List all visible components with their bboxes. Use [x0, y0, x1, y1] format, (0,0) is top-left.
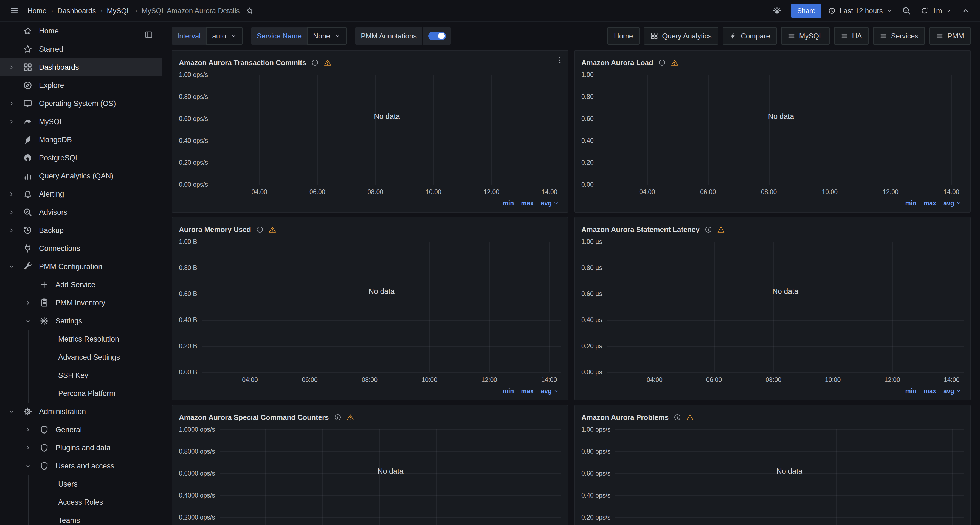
service-name-select[interactable]: None [307, 27, 347, 45]
sidebar-item-mongodb[interactable]: MongoDB [0, 131, 162, 149]
panel-title[interactable]: Amazon Aurora Special Command Counters [179, 413, 329, 422]
legend-avg[interactable]: avg [943, 388, 961, 395]
warning-icon[interactable] [686, 413, 694, 421]
legend-max[interactable]: max [521, 388, 534, 395]
chevron-right-icon[interactable] [22, 427, 34, 433]
chevron-right-icon[interactable] [5, 64, 18, 70]
plot-area[interactable]: No data [220, 429, 561, 525]
link-services[interactable]: Services [873, 27, 925, 45]
sidebar-item-mysql[interactable]: MySQL [0, 113, 162, 131]
refresh-picker[interactable]: 1m [921, 6, 951, 15]
plot-area[interactable]: No data [607, 242, 964, 372]
info-icon[interactable] [673, 413, 681, 421]
warning-icon[interactable] [717, 226, 725, 233]
sidebar-item-connections[interactable]: Connections [0, 239, 162, 258]
legend-avg[interactable]: avg [541, 388, 559, 395]
sidebar-item-teams[interactable]: Teams [0, 511, 162, 525]
link-pmm[interactable]: PMM [929, 27, 970, 45]
chevron-right-icon[interactable] [5, 209, 18, 215]
sidebar-item-access-roles[interactable]: Access Roles [0, 493, 162, 511]
chevron-down-icon[interactable] [5, 409, 18, 415]
collapse-topnav-button[interactable] [958, 3, 974, 18]
warning-icon[interactable] [347, 413, 354, 421]
plot-area[interactable]: No data [599, 75, 964, 185]
legend-min[interactable]: min [503, 199, 514, 207]
sidebar-item-users[interactable]: Users [0, 475, 162, 493]
mega-menu-toggle[interactable] [6, 3, 22, 18]
panel-title[interactable]: Amazon Aurora Transaction Commits [179, 59, 306, 67]
sidebar-item-add-service[interactable]: Add Service [0, 276, 162, 294]
sidebar-item-alerting[interactable]: Alerting [0, 185, 162, 203]
plot-area[interactable]: No data [616, 429, 964, 525]
link-ha[interactable]: HA [834, 27, 869, 45]
time-range-picker[interactable]: Last 12 hours [828, 6, 892, 15]
sidebar-item-ssh-key[interactable]: SSH Key [0, 366, 162, 385]
sidebar-item-starred[interactable]: Starred [0, 40, 162, 58]
sidebar-item-advisors[interactable]: Advisors [0, 203, 162, 221]
chevron-right-icon[interactable] [22, 445, 34, 451]
interval-select[interactable]: auto [206, 27, 243, 45]
sidebar-item-advanced-settings[interactable]: Advanced Settings [0, 348, 162, 366]
chevron-down-icon[interactable] [5, 263, 18, 270]
info-icon[interactable] [705, 226, 712, 233]
chevron-right-icon[interactable] [5, 191, 18, 197]
sidebar-item-settings[interactable]: Settings [0, 312, 162, 330]
share-button[interactable]: Share [791, 3, 822, 18]
chevron-down-icon[interactable] [22, 463, 34, 469]
breadcrumb-dashboards[interactable]: Dashboards [57, 6, 96, 15]
sidebar-item-general[interactable]: General [0, 421, 162, 439]
info-icon[interactable] [334, 413, 342, 421]
breadcrumb-home[interactable]: Home [27, 6, 46, 15]
plot-area[interactable]: No data [202, 242, 562, 372]
sidebar-item-explore[interactable]: Explore [0, 77, 162, 94]
chevron-right-icon[interactable] [5, 227, 18, 233]
legend-avg[interactable]: avg [541, 199, 559, 207]
sidebar-item-query-analytics-qan[interactable]: Query Analytics (QAN) [0, 167, 162, 185]
sidebar-item-administration[interactable]: Administration [0, 402, 162, 421]
panel-title[interactable]: Amazon Aurora Problems [581, 413, 668, 422]
sidebar-item-metrics-resolution[interactable]: Metrics Resolution [0, 330, 162, 348]
sidebar-item-pmm-inventory[interactable]: PMM Inventory [0, 294, 162, 312]
sidebar-item-dashboards[interactable]: Dashboards [0, 58, 162, 77]
sidebar-item-pmm-configuration[interactable]: PMM Configuration [0, 258, 162, 276]
sidebar-item-postgresql[interactable]: PostgreSQL [0, 149, 162, 167]
sidebar-item-users-and-access[interactable]: Users and access [0, 457, 162, 475]
plot-area[interactable]: No data [213, 75, 561, 185]
legend-max[interactable]: max [923, 199, 936, 207]
chevron-down-icon[interactable] [22, 318, 34, 324]
panel-title[interactable]: Amazon Aurora Load [581, 59, 653, 67]
legend-max[interactable]: max [923, 388, 936, 395]
sidebar-item-home[interactable]: Home [0, 22, 162, 40]
warning-icon[interactable] [269, 226, 276, 233]
panel-title[interactable]: Amazon Aurora Statement Latency [581, 225, 700, 234]
legend-avg[interactable]: avg [943, 199, 961, 207]
panel-title[interactable]: Aurora Memory Used [179, 225, 251, 234]
zoom-out-button[interactable] [899, 3, 914, 18]
sidebar-item-plugins-and-data[interactable]: Plugins and data [0, 439, 162, 457]
chevron-right-icon[interactable] [5, 101, 18, 107]
chevron-right-icon[interactable] [5, 119, 18, 124]
sidebar-item-operating-system-os[interactable]: Operating System (OS) [0, 94, 162, 113]
sidebar-item-percona-platform[interactable]: Percona Platform [0, 385, 162, 402]
chevron-right-icon[interactable] [22, 300, 34, 306]
dashboard-settings-button[interactable] [769, 3, 785, 18]
warning-icon[interactable] [324, 59, 331, 67]
info-icon[interactable] [311, 59, 319, 67]
breadcrumb-mysql[interactable]: MySQL [107, 6, 131, 15]
panel-menu-button[interactable] [555, 56, 564, 64]
link-query-analytics[interactable]: Query Analytics [644, 27, 718, 45]
pmm-annotations-toggle[interactable] [423, 27, 451, 45]
annotation-line[interactable] [283, 75, 283, 185]
link-home[interactable]: Home [608, 27, 640, 45]
legend-min[interactable]: min [905, 199, 916, 207]
info-icon[interactable] [256, 226, 264, 233]
link-mysql[interactable]: MySQL [781, 27, 830, 45]
legend-min[interactable]: min [503, 388, 514, 395]
warning-icon[interactable] [671, 59, 678, 67]
favorite-button[interactable] [242, 3, 257, 18]
sidebar-item-backup[interactable]: Backup [0, 221, 162, 239]
info-icon[interactable] [658, 59, 666, 67]
legend-min[interactable]: min [905, 388, 916, 395]
legend-max[interactable]: max [521, 199, 534, 207]
link-compare[interactable]: Compare [723, 27, 777, 45]
